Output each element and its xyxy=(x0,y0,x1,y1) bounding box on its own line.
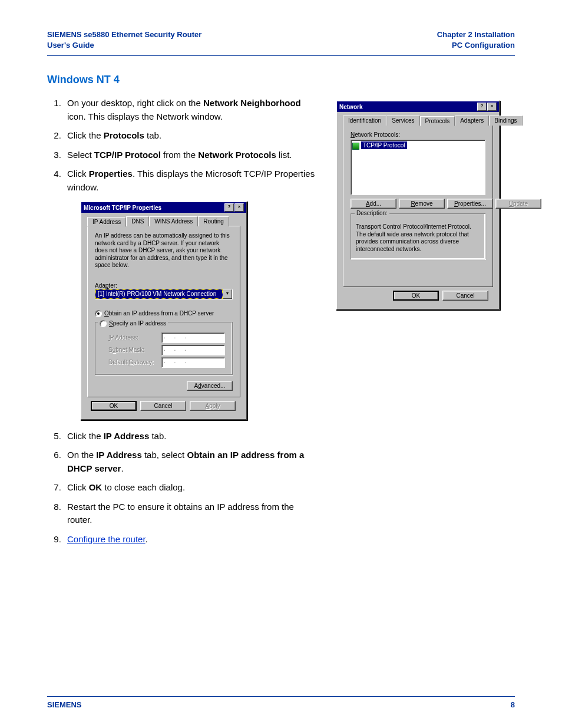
header-doc: User's Guide xyxy=(47,40,201,51)
tab-protocols[interactable]: Protocols xyxy=(420,116,455,126)
radio-icon xyxy=(100,320,107,327)
cancel-button[interactable]: Cancel xyxy=(140,401,186,411)
protocol-icon xyxy=(352,143,359,150)
properties-button[interactable]: Properties... xyxy=(447,199,493,209)
advanced-button[interactable]: Advanced... xyxy=(187,381,233,391)
step-6: On the IP Address tab, select Obtain an … xyxy=(64,449,318,475)
network-protocols-label: Network Protocols: xyxy=(351,131,485,138)
list-item[interactable]: TCP/IP Protocol xyxy=(352,141,484,149)
default-gateway-row: Default Gateway: . . . xyxy=(108,357,227,368)
ip-address-input[interactable]: . . . xyxy=(161,332,225,343)
close-icon[interactable]: × xyxy=(487,103,497,111)
tab-services[interactable]: Services xyxy=(386,116,419,126)
network-titlebar[interactable]: Network ? × xyxy=(337,101,499,112)
help-icon[interactable]: ? xyxy=(224,203,234,212)
network-dialog: Network ? × Identification Services Prot… xyxy=(336,100,500,310)
configure-router-link[interactable]: Configure the router xyxy=(67,534,146,544)
step-list-2: Click the IP Address tab. On the IP Addr… xyxy=(64,430,318,546)
footer-page-number: 8 xyxy=(511,700,515,709)
tcpip-titlebar[interactable]: Microsoft TCP/IP Properties ? × xyxy=(81,202,246,213)
step-3: Select TCP/IP Protocol from the Network … xyxy=(64,149,318,162)
adapter-combo[interactable]: [1] Intel(R) PRO/100 VM Network Connecti… xyxy=(95,289,233,299)
ip-address-row: IP Address: . . . xyxy=(108,332,227,343)
help-icon[interactable]: ? xyxy=(477,103,487,111)
step-9: Configure the router. xyxy=(64,533,318,546)
add-button[interactable]: Add... xyxy=(351,199,396,209)
subnet-mask-row: Subnet Mask: . . . xyxy=(108,345,227,355)
radio-specify-ip[interactable]: Specify an IP address xyxy=(98,320,168,327)
header-product: SIEMENS se5880 Ethernet Security Router xyxy=(47,29,201,40)
subnet-mask-label: Subnet Mask: xyxy=(108,347,158,353)
tab-adapters[interactable]: Adapters xyxy=(455,116,489,126)
step-list: On your desktop, right click on the Netw… xyxy=(64,97,318,194)
apply-button[interactable]: Apply xyxy=(190,401,236,411)
default-gateway-input[interactable]: . . . xyxy=(161,357,225,368)
step-7: Click OK to close each dialog. xyxy=(64,481,318,495)
header-chapter: Chapter 2 Installation xyxy=(437,29,515,40)
header-section: PC Configuration xyxy=(437,40,515,51)
default-gateway-label: Default Gateway: xyxy=(108,359,158,365)
adapter-value: [1] Intel(R) PRO/100 VM Network Connecti… xyxy=(95,289,223,299)
cancel-button[interactable]: Cancel xyxy=(442,291,488,301)
chevron-down-icon[interactable]: ▼ xyxy=(223,289,232,299)
tcpip-title: Microsoft TCP/IP Properties xyxy=(84,205,161,211)
network-title: Network xyxy=(339,104,362,110)
tab-bindings[interactable]: Bindings xyxy=(489,116,522,126)
step-4: Click Properties. This displays the Micr… xyxy=(64,167,318,194)
ok-button[interactable]: OK xyxy=(393,291,439,301)
header-right: Chapter 2 Installation PC Configuration xyxy=(437,29,515,51)
ip-address-label: IP Address: xyxy=(108,334,158,341)
header-left: SIEMENS se5880 Ethernet Security Router … xyxy=(47,29,201,51)
step-2: Click the Protocols tab. xyxy=(64,129,318,143)
tab-wins[interactable]: WINS Address xyxy=(149,216,198,226)
tab-identification[interactable]: Identification xyxy=(343,116,386,126)
protocols-listbox[interactable]: TCP/IP Protocol xyxy=(351,140,485,195)
close-icon[interactable]: × xyxy=(234,203,244,212)
radio-obtain-dhcp[interactable]: Obtain an IP address from a DHCP server xyxy=(95,310,233,317)
section-title: Windows NT 4 xyxy=(47,74,515,86)
subnet-mask-input[interactable]: . . . xyxy=(161,345,225,355)
description-text: Transport Control Protocol/Internet Prot… xyxy=(356,223,480,253)
remove-button[interactable]: Remove xyxy=(399,199,445,209)
tab-ip-address[interactable]: IP Address xyxy=(87,217,126,227)
step-5: Click the IP Address tab. xyxy=(64,430,318,443)
radio-icon xyxy=(95,310,102,317)
description-legend: Description: xyxy=(355,210,389,216)
tab-dns[interactable]: DNS xyxy=(126,216,149,226)
tcpip-blurb: An IP address can be automatically assig… xyxy=(95,232,233,269)
step-8: Restart the PC to ensure it obtains an I… xyxy=(64,500,318,527)
adapter-label: Adapter: xyxy=(95,282,233,289)
footer-brand: SIEMENS xyxy=(47,700,82,709)
page-footer: SIEMENS 8 xyxy=(47,696,515,709)
page-header: SIEMENS se5880 Ethernet Security Router … xyxy=(47,29,515,56)
step-1: On your desktop, right click on the Netw… xyxy=(64,97,318,123)
tab-routing[interactable]: Routing xyxy=(198,216,229,226)
tcpip-properties-dialog: Microsoft TCP/IP Properties ? × IP Addre… xyxy=(80,201,247,420)
ok-button[interactable]: OK xyxy=(91,401,137,411)
update-button[interactable]: Update xyxy=(495,199,541,209)
